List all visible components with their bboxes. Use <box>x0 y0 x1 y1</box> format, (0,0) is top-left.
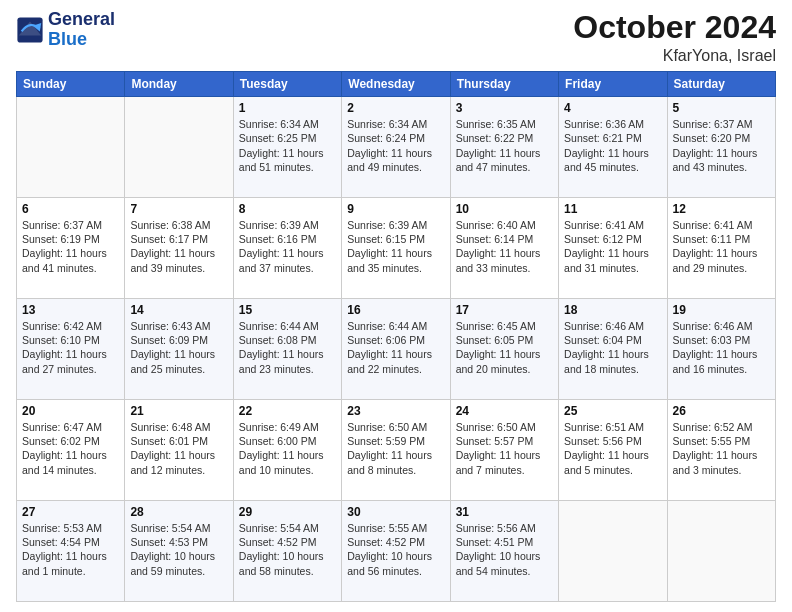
day-info: Sunrise: 6:50 AMSunset: 5:57 PMDaylight:… <box>456 420 553 477</box>
calendar-cell: 14Sunrise: 6:43 AMSunset: 6:09 PMDayligh… <box>125 299 233 400</box>
day-number: 10 <box>456 202 553 216</box>
day-info: Sunrise: 6:45 AMSunset: 6:05 PMDaylight:… <box>456 319 553 376</box>
calendar-cell: 13Sunrise: 6:42 AMSunset: 6:10 PMDayligh… <box>17 299 125 400</box>
day-info: Sunrise: 6:36 AMSunset: 6:21 PMDaylight:… <box>564 117 661 174</box>
calendar-cell: 18Sunrise: 6:46 AMSunset: 6:04 PMDayligh… <box>559 299 667 400</box>
day-number: 30 <box>347 505 444 519</box>
calendar-cell: 23Sunrise: 6:50 AMSunset: 5:59 PMDayligh… <box>342 400 450 501</box>
calendar-cell: 7Sunrise: 6:38 AMSunset: 6:17 PMDaylight… <box>125 198 233 299</box>
weekday-header: Monday <box>125 72 233 97</box>
calendar-week: 1Sunrise: 6:34 AMSunset: 6:25 PMDaylight… <box>17 97 776 198</box>
month-title: October 2024 <box>573 10 776 45</box>
weekday-header: Saturday <box>667 72 775 97</box>
day-number: 5 <box>673 101 770 115</box>
calendar-cell: 12Sunrise: 6:41 AMSunset: 6:11 PMDayligh… <box>667 198 775 299</box>
calendar-cell: 24Sunrise: 6:50 AMSunset: 5:57 PMDayligh… <box>450 400 558 501</box>
day-number: 26 <box>673 404 770 418</box>
day-info: Sunrise: 5:56 AMSunset: 4:51 PMDaylight:… <box>456 521 553 578</box>
day-info: Sunrise: 5:54 AMSunset: 4:52 PMDaylight:… <box>239 521 336 578</box>
day-info: Sunrise: 6:35 AMSunset: 6:22 PMDaylight:… <box>456 117 553 174</box>
weekday-row: SundayMondayTuesdayWednesdayThursdayFrid… <box>17 72 776 97</box>
day-info: Sunrise: 5:53 AMSunset: 4:54 PMDaylight:… <box>22 521 119 578</box>
day-info: Sunrise: 6:47 AMSunset: 6:02 PMDaylight:… <box>22 420 119 477</box>
weekday-header: Wednesday <box>342 72 450 97</box>
calendar-cell: 27Sunrise: 5:53 AMSunset: 4:54 PMDayligh… <box>17 501 125 602</box>
calendar-cell: 10Sunrise: 6:40 AMSunset: 6:14 PMDayligh… <box>450 198 558 299</box>
calendar-cell: 16Sunrise: 6:44 AMSunset: 6:06 PMDayligh… <box>342 299 450 400</box>
weekday-header: Tuesday <box>233 72 341 97</box>
day-number: 19 <box>673 303 770 317</box>
calendar-week: 27Sunrise: 5:53 AMSunset: 4:54 PMDayligh… <box>17 501 776 602</box>
day-info: Sunrise: 6:46 AMSunset: 6:04 PMDaylight:… <box>564 319 661 376</box>
title-block: October 2024 KfarYona, Israel <box>573 10 776 65</box>
calendar-cell: 26Sunrise: 6:52 AMSunset: 5:55 PMDayligh… <box>667 400 775 501</box>
day-number: 2 <box>347 101 444 115</box>
logo-text: GeneralBlue <box>48 10 115 50</box>
day-info: Sunrise: 6:50 AMSunset: 5:59 PMDaylight:… <box>347 420 444 477</box>
calendar-cell: 25Sunrise: 6:51 AMSunset: 5:56 PMDayligh… <box>559 400 667 501</box>
day-number: 27 <box>22 505 119 519</box>
calendar-cell: 21Sunrise: 6:48 AMSunset: 6:01 PMDayligh… <box>125 400 233 501</box>
day-info: Sunrise: 6:34 AMSunset: 6:25 PMDaylight:… <box>239 117 336 174</box>
calendar-week: 13Sunrise: 6:42 AMSunset: 6:10 PMDayligh… <box>17 299 776 400</box>
calendar-header: SundayMondayTuesdayWednesdayThursdayFrid… <box>17 72 776 97</box>
day-number: 7 <box>130 202 227 216</box>
calendar-cell: 28Sunrise: 5:54 AMSunset: 4:53 PMDayligh… <box>125 501 233 602</box>
day-info: Sunrise: 6:42 AMSunset: 6:10 PMDaylight:… <box>22 319 119 376</box>
day-number: 3 <box>456 101 553 115</box>
calendar-cell: 8Sunrise: 6:39 AMSunset: 6:16 PMDaylight… <box>233 198 341 299</box>
day-number: 9 <box>347 202 444 216</box>
day-number: 29 <box>239 505 336 519</box>
calendar-cell: 31Sunrise: 5:56 AMSunset: 4:51 PMDayligh… <box>450 501 558 602</box>
day-number: 8 <box>239 202 336 216</box>
calendar-week: 20Sunrise: 6:47 AMSunset: 6:02 PMDayligh… <box>17 400 776 501</box>
weekday-header: Sunday <box>17 72 125 97</box>
calendar-cell: 11Sunrise: 6:41 AMSunset: 6:12 PMDayligh… <box>559 198 667 299</box>
day-info: Sunrise: 6:46 AMSunset: 6:03 PMDaylight:… <box>673 319 770 376</box>
day-number: 22 <box>239 404 336 418</box>
calendar: SundayMondayTuesdayWednesdayThursdayFrid… <box>16 71 776 602</box>
day-number: 4 <box>564 101 661 115</box>
day-info: Sunrise: 5:55 AMSunset: 4:52 PMDaylight:… <box>347 521 444 578</box>
day-number: 25 <box>564 404 661 418</box>
calendar-cell <box>559 501 667 602</box>
day-number: 6 <box>22 202 119 216</box>
day-number: 20 <box>22 404 119 418</box>
header: GeneralBlue October 2024 KfarYona, Israe… <box>16 10 776 65</box>
day-info: Sunrise: 6:43 AMSunset: 6:09 PMDaylight:… <box>130 319 227 376</box>
day-number: 21 <box>130 404 227 418</box>
day-info: Sunrise: 6:44 AMSunset: 6:08 PMDaylight:… <box>239 319 336 376</box>
weekday-header: Friday <box>559 72 667 97</box>
calendar-cell: 17Sunrise: 6:45 AMSunset: 6:05 PMDayligh… <box>450 299 558 400</box>
day-number: 16 <box>347 303 444 317</box>
calendar-cell <box>125 97 233 198</box>
day-number: 11 <box>564 202 661 216</box>
calendar-week: 6Sunrise: 6:37 AMSunset: 6:19 PMDaylight… <box>17 198 776 299</box>
day-info: Sunrise: 6:49 AMSunset: 6:00 PMDaylight:… <box>239 420 336 477</box>
day-number: 23 <box>347 404 444 418</box>
day-number: 14 <box>130 303 227 317</box>
calendar-cell: 4Sunrise: 6:36 AMSunset: 6:21 PMDaylight… <box>559 97 667 198</box>
day-number: 15 <box>239 303 336 317</box>
day-info: Sunrise: 6:52 AMSunset: 5:55 PMDaylight:… <box>673 420 770 477</box>
day-number: 18 <box>564 303 661 317</box>
day-info: Sunrise: 5:54 AMSunset: 4:53 PMDaylight:… <box>130 521 227 578</box>
day-info: Sunrise: 6:41 AMSunset: 6:11 PMDaylight:… <box>673 218 770 275</box>
day-info: Sunrise: 6:44 AMSunset: 6:06 PMDaylight:… <box>347 319 444 376</box>
logo-icon <box>16 16 44 44</box>
calendar-cell: 1Sunrise: 6:34 AMSunset: 6:25 PMDaylight… <box>233 97 341 198</box>
day-info: Sunrise: 6:51 AMSunset: 5:56 PMDaylight:… <box>564 420 661 477</box>
calendar-cell: 30Sunrise: 5:55 AMSunset: 4:52 PMDayligh… <box>342 501 450 602</box>
location-title: KfarYona, Israel <box>573 47 776 65</box>
calendar-cell: 2Sunrise: 6:34 AMSunset: 6:24 PMDaylight… <box>342 97 450 198</box>
day-info: Sunrise: 6:40 AMSunset: 6:14 PMDaylight:… <box>456 218 553 275</box>
logo: GeneralBlue <box>16 10 115 50</box>
day-number: 13 <box>22 303 119 317</box>
day-info: Sunrise: 6:37 AMSunset: 6:20 PMDaylight:… <box>673 117 770 174</box>
calendar-cell: 19Sunrise: 6:46 AMSunset: 6:03 PMDayligh… <box>667 299 775 400</box>
day-number: 1 <box>239 101 336 115</box>
day-info: Sunrise: 6:41 AMSunset: 6:12 PMDaylight:… <box>564 218 661 275</box>
calendar-cell <box>667 501 775 602</box>
weekday-header: Thursday <box>450 72 558 97</box>
calendar-cell <box>17 97 125 198</box>
